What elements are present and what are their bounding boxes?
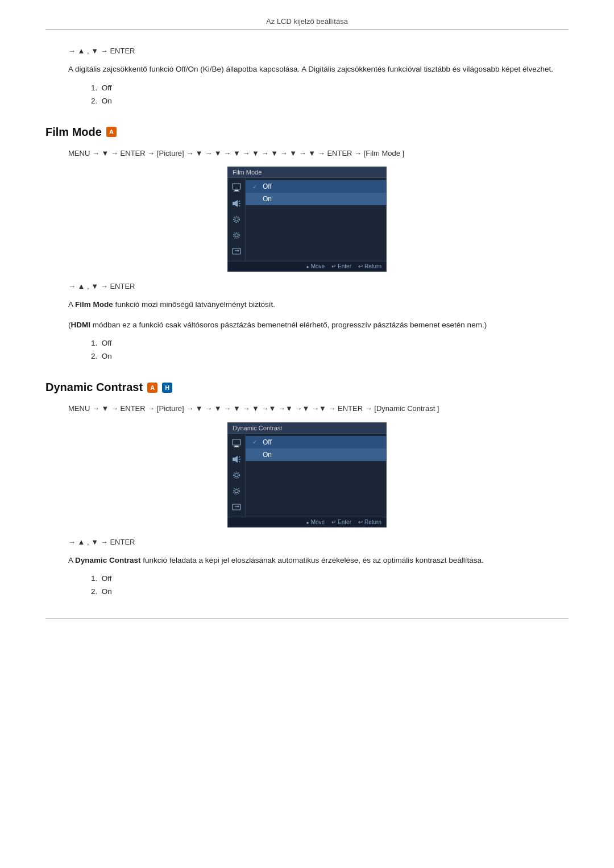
osd-item-off[interactable]: ✓ Off bbox=[246, 180, 386, 193]
osd-icon-input[interactable] bbox=[230, 245, 243, 258]
osd-icon-more[interactable] bbox=[230, 485, 243, 497]
svg-line-22 bbox=[239, 461, 240, 462]
osd-check-empty bbox=[252, 451, 259, 458]
osd-check: ✓ bbox=[252, 184, 259, 190]
badge-a: A bbox=[106, 127, 117, 137]
svg-rect-12 bbox=[233, 248, 240, 254]
osd-menu-items: ✓ Off On bbox=[246, 178, 386, 261]
intro-description: A digitális zajcsökkentő funkció Off/On … bbox=[68, 63, 569, 76]
osd-footer-enter: ↵ Enter bbox=[331, 519, 351, 525]
svg-marker-29 bbox=[238, 505, 239, 508]
osd-item-on[interactable]: On bbox=[246, 448, 386, 461]
svg-marker-19 bbox=[235, 456, 238, 463]
dynamic-contrast-section: Dynamic Contrast A H MENU → ▼ → ENTER → … bbox=[45, 381, 569, 596]
film-mode-desc1: A Film Mode funkció mozi minőségű látván… bbox=[68, 298, 569, 311]
svg-point-26 bbox=[234, 488, 240, 494]
osd-icon-speaker[interactable] bbox=[230, 453, 243, 466]
svg-point-25 bbox=[235, 489, 238, 493]
svg-point-23 bbox=[235, 474, 238, 477]
film-mode-nav: → ▲ , ▼ → ENTER bbox=[68, 282, 569, 290]
film-mode-heading: Film Mode A bbox=[45, 126, 569, 139]
osd-check-empty bbox=[252, 196, 259, 202]
film-mode-list: 1. Off 2. On bbox=[91, 339, 569, 360]
osd-check: ✓ bbox=[252, 439, 259, 445]
list-item: 2. On bbox=[91, 97, 569, 105]
osd-box: Film Mode bbox=[227, 167, 387, 272]
svg-rect-27 bbox=[233, 504, 240, 510]
badge-a: A bbox=[147, 383, 157, 393]
film-mode-osd: Film Mode bbox=[45, 167, 569, 272]
dynamic-contrast-list: 1. Off 2. On bbox=[91, 574, 569, 596]
dynamic-contrast-menu-nav: MENU → ▼ → ENTER → [Picture] → ▼ → ▼ → ▼… bbox=[68, 403, 569, 414]
film-mode-section: Film Mode A MENU → ▼ → ENTER → [Picture]… bbox=[45, 126, 569, 361]
intro-nav: → ▲ , ▼ → ENTER bbox=[68, 47, 569, 55]
osd-footer-move: ⬥ Move bbox=[306, 519, 325, 525]
osd-body: ✓ Off On bbox=[228, 178, 386, 261]
svg-line-7 bbox=[239, 205, 240, 206]
dynamic-contrast-description: A Dynamic Contrast funkció feladata a ké… bbox=[68, 554, 569, 567]
osd-left-icons bbox=[228, 178, 246, 261]
bottom-rule bbox=[45, 618, 569, 619]
svg-point-9 bbox=[234, 217, 240, 223]
list-item: 1. Off bbox=[91, 574, 569, 583]
svg-marker-4 bbox=[235, 200, 238, 207]
osd-title: Film Mode bbox=[228, 167, 386, 178]
osd-footer-move: ⬥ Move bbox=[306, 263, 325, 269]
osd-footer-enter: ↵ Enter bbox=[331, 263, 351, 269]
osd-icon-speaker[interactable] bbox=[230, 197, 243, 210]
osd-icon-settings[interactable] bbox=[230, 469, 243, 481]
svg-line-5 bbox=[239, 201, 240, 202]
osd-box: Dynamic Contrast bbox=[227, 422, 387, 528]
osd-icon-input[interactable] bbox=[230, 501, 243, 513]
osd-item-off[interactable]: ✓ Off bbox=[246, 436, 386, 448]
svg-rect-16 bbox=[235, 446, 238, 447]
osd-footer: ⬥ Move ↵ Enter ↩ Return bbox=[228, 261, 386, 271]
list-item: 1. Off bbox=[91, 84, 569, 92]
osd-body: ✓ Off On bbox=[228, 434, 386, 517]
svg-point-24 bbox=[234, 472, 240, 478]
intro-list: 1. Off 2. On bbox=[91, 84, 569, 105]
osd-footer-return: ↩ Return bbox=[358, 263, 381, 269]
svg-rect-0 bbox=[233, 184, 240, 189]
svg-point-11 bbox=[234, 232, 240, 239]
page-title: Az LCD kijelző beállítása bbox=[45, 17, 569, 26]
dynamic-contrast-heading: Dynamic Contrast A H bbox=[45, 381, 569, 394]
list-item: 1. Off bbox=[91, 339, 569, 347]
osd-icon-picture[interactable] bbox=[230, 181, 243, 194]
list-item: 2. On bbox=[91, 352, 569, 360]
film-mode-desc2: (HDMI módban ez a funkció csak váltósoro… bbox=[68, 319, 569, 331]
osd-icon-settings[interactable] bbox=[230, 213, 243, 226]
osd-icon-more[interactable] bbox=[230, 229, 243, 242]
svg-rect-2 bbox=[234, 191, 239, 192]
svg-point-8 bbox=[235, 218, 238, 221]
svg-rect-15 bbox=[233, 439, 240, 445]
dynamic-contrast-osd: Dynamic Contrast bbox=[45, 422, 569, 528]
intro-section: → ▲ , ▼ → ENTER A digitális zajcsökkentő… bbox=[45, 47, 569, 105]
osd-title: Dynamic Contrast bbox=[228, 423, 386, 434]
osd-footer: ⬥ Move ↵ Enter ↩ Return bbox=[228, 517, 386, 527]
page-wrapper: Az LCD kijelző beállítása → ▲ , ▼ → ENTE… bbox=[0, 0, 614, 868]
osd-left-icons bbox=[228, 434, 246, 517]
svg-line-20 bbox=[239, 456, 240, 458]
svg-point-10 bbox=[235, 234, 238, 237]
badge-h: H bbox=[162, 383, 172, 393]
osd-footer-return: ↩ Return bbox=[358, 519, 381, 525]
dynamic-contrast-nav: → ▲ , ▼ → ENTER bbox=[68, 538, 569, 546]
film-mode-menu-nav: MENU → ▼ → ENTER → [Picture] → ▼ → ▼ → ▼… bbox=[68, 148, 569, 159]
osd-item-on[interactable]: On bbox=[246, 193, 386, 205]
osd-menu-items: ✓ Off On bbox=[246, 434, 386, 517]
osd-icon-picture[interactable] bbox=[230, 437, 243, 450]
svg-marker-14 bbox=[238, 250, 239, 252]
svg-rect-17 bbox=[234, 446, 239, 447]
list-item: 2. On bbox=[91, 587, 569, 596]
svg-rect-18 bbox=[233, 458, 235, 461]
svg-rect-3 bbox=[233, 202, 235, 205]
svg-rect-1 bbox=[235, 190, 238, 191]
top-divider bbox=[45, 29, 569, 30]
